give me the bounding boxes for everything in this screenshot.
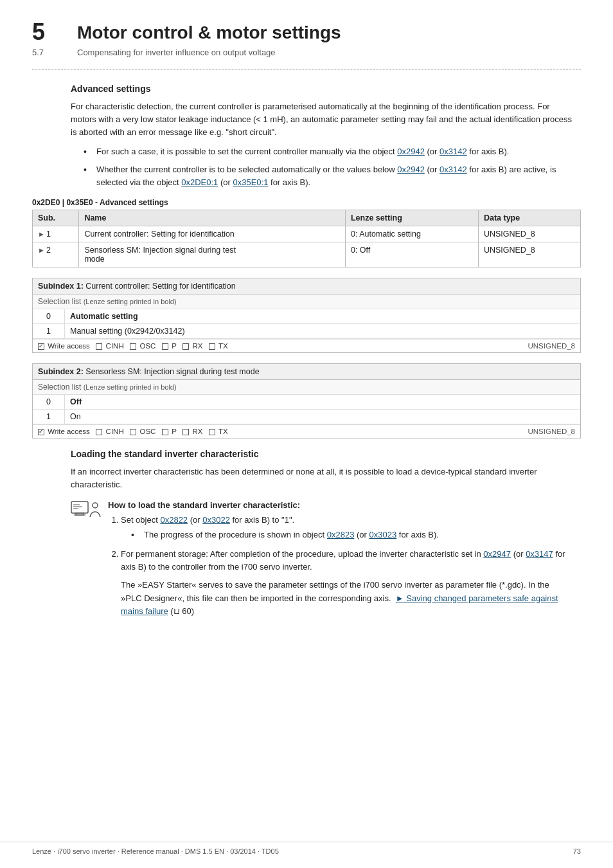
subindex2-num-0: 0 <box>33 395 65 409</box>
section-number: 5.7 <box>32 48 77 57</box>
subindex2-num-1: 1 <box>33 410 65 424</box>
link-0x2822[interactable]: 0x2822 <box>160 515 188 525</box>
advanced-settings-heading: Advanced settings <box>71 84 581 94</box>
footer-left: Lenze · i700 servo inverter · Reference … <box>32 847 279 855</box>
table-cell-sub-1: ►1 <box>33 226 79 242</box>
write-access-checkbox-1 <box>38 343 44 350</box>
advanced-settings-bullets: • For such a case, it is possible to set… <box>84 145 574 189</box>
svg-rect-0 <box>71 502 88 513</box>
note-heading: How to load the standard inverter charac… <box>108 500 574 510</box>
procedure-icon <box>71 500 103 521</box>
bullet-dot-2: • <box>84 163 94 177</box>
chapter-title: Motor control & motor settings <box>77 19 341 44</box>
subindex1-option-1: 1 Manual setting (0x2942/0x3142) <box>33 324 580 339</box>
link-0x3023[interactable]: 0x3023 <box>369 530 397 539</box>
note-content: How to load the standard inverter charac… <box>108 500 574 624</box>
link-0x2942-1[interactable]: 0x2942 <box>397 147 425 156</box>
subindex1-footer: Write access CINH OSC P RX TX UNSIGNED_8 <box>33 339 580 352</box>
col-sub: Sub. <box>33 210 79 226</box>
p-checkbox-1 <box>162 343 168 350</box>
link-0x2823[interactable]: 0x2823 <box>327 530 355 539</box>
link-0x2942-2[interactable]: 0x2942 <box>397 165 425 174</box>
loading-para1: If an incorrect inverter characteristic … <box>71 466 574 491</box>
note-block: How to load the standard inverter charac… <box>71 500 574 624</box>
chapter-number: 5 <box>32 19 77 45</box>
table-cell-lenze-1: 0: Automatic setting <box>345 226 478 242</box>
link-0x35E0-1[interactable]: 0x35E0:1 <box>233 177 268 187</box>
advanced-settings-para1: For characteristic detection, the curren… <box>71 100 574 139</box>
link-saving-params[interactable]: ► Saving changed parameters safe against… <box>121 593 558 616</box>
write-access-checkbox-2 <box>38 429 44 435</box>
subindex2-box: Subindex 2: Sensorless SM: Injection sig… <box>32 363 581 439</box>
rx-checkbox-2 <box>182 429 189 435</box>
subindex1-label-0: Automatic setting <box>65 309 143 323</box>
link-0x3142-2[interactable]: 0x3142 <box>440 165 467 174</box>
subindex2-access: Write access CINH OSC P RX TX <box>38 428 228 435</box>
col-datatype: Data type <box>478 210 580 226</box>
table-cell-sub-2: ►2 <box>33 242 79 267</box>
subindex1-box: Subindex 1: Current controller: Setting … <box>32 278 581 353</box>
subindex1-type: UNSIGNED_8 <box>528 342 576 350</box>
table-cell-type-1: UNSIGNED_8 <box>478 226 580 242</box>
link-0x2DE0-1[interactable]: 0x2DE0:1 <box>181 177 218 187</box>
subindex2-type: UNSIGNED_8 <box>528 428 576 435</box>
bullet-dot-1: • <box>84 145 94 159</box>
p-checkbox-2 <box>162 429 168 435</box>
subindex2-sellist: Selection list (Lenze setting printed in… <box>33 380 580 395</box>
subindex2-label-1: On <box>65 410 86 424</box>
step-1-subbullet: • The progress of the procedure is shown… <box>131 529 568 543</box>
subindex2-footer: Write access CINH OSC P RX TX UNSIGNED_8 <box>33 424 580 438</box>
col-lenze: Lenze setting <box>345 210 478 226</box>
subindex2-option-0: 0 Off <box>33 395 580 410</box>
osc-checkbox-1 <box>130 343 136 350</box>
subindex1-num-1: 1 <box>33 324 65 338</box>
section-title: Compensating for inverter influence on o… <box>77 48 276 57</box>
table-cell-name-1: Current controller: Setting for identifi… <box>79 226 346 242</box>
step-2: For permanent storage: After completion … <box>121 548 568 618</box>
bullet-1-text: For such a case, it is possible to set t… <box>96 145 509 158</box>
rx-checkbox-1 <box>182 343 189 350</box>
subindex1-label-1: Manual setting (0x2942/0x3142) <box>65 324 190 338</box>
table-section-label: 0x2DE0 | 0x35E0 - Advanced settings <box>32 198 581 207</box>
steps-list: Set object 0x2822 (or 0x3022 for axis B)… <box>118 514 568 618</box>
procedure-svg-icon <box>71 500 102 521</box>
subindex2-title: Subindex 2: Sensorless SM: Injection sig… <box>33 364 580 380</box>
table-row: ►2 Sensorless SM: Injection signal durin… <box>33 242 581 267</box>
cinh-checkbox-1 <box>96 343 102 350</box>
table-cell-type-2: UNSIGNED_8 <box>478 242 580 267</box>
bullet-item-1: • For such a case, it is possible to set… <box>84 145 574 159</box>
subindex1-sellist: Selection list (Lenze setting printed in… <box>33 294 580 309</box>
step-2-para: The »EASY Starter« serves to save the pa… <box>121 579 568 617</box>
link-0x3022[interactable]: 0x3022 <box>202 515 230 525</box>
section-divider <box>32 69 581 69</box>
subindex1-access: Write access CINH OSC P RX TX <box>38 342 228 350</box>
svg-point-6 <box>93 503 98 508</box>
tx-checkbox-2 <box>209 429 215 435</box>
arrow-icon-2: ► <box>38 246 45 254</box>
subindex1-title: Subindex 1: Current controller: Setting … <box>33 278 580 294</box>
sub-bullet-dot: • <box>131 529 141 543</box>
arrow-icon-1: ► <box>38 230 45 238</box>
subindex1-option-0: 0 Automatic setting <box>33 309 580 324</box>
footer-right: 73 <box>573 847 581 855</box>
osc-checkbox-2 <box>130 429 136 435</box>
link-0x2947[interactable]: 0x2947 <box>483 549 511 559</box>
loading-heading: Loading the standard inverter characteri… <box>71 449 581 459</box>
bullet-2-text: Whether the current controller is to be … <box>96 163 574 189</box>
col-name: Name <box>79 210 346 226</box>
bullet-item-2: • Whether the current controller is to b… <box>84 163 574 189</box>
main-table: Sub. Name Lenze setting Data type ►1 Cur… <box>32 210 581 267</box>
page-footer: Lenze · i700 servo inverter · Reference … <box>0 842 613 855</box>
table-cell-name-2: Sensorless SM: Injection signal during t… <box>79 242 346 267</box>
cinh-checkbox-2 <box>96 429 102 435</box>
tx-checkbox-1 <box>209 343 215 350</box>
link-0x3142-1[interactable]: 0x3142 <box>440 147 467 156</box>
table-cell-lenze-2: 0: Off <box>345 242 478 267</box>
step-1: Set object 0x2822 (or 0x3022 for axis B)… <box>121 514 568 543</box>
sub-bullet-text: The progress of the procedure is shown i… <box>144 529 439 541</box>
subindex1-num-0: 0 <box>33 309 65 323</box>
link-0x3147[interactable]: 0x3147 <box>526 549 553 559</box>
subindex2-option-1: 1 On <box>33 410 580 424</box>
table-row: ►1 Current controller: Setting for ident… <box>33 226 581 242</box>
subindex2-label-0: Off <box>65 395 87 409</box>
